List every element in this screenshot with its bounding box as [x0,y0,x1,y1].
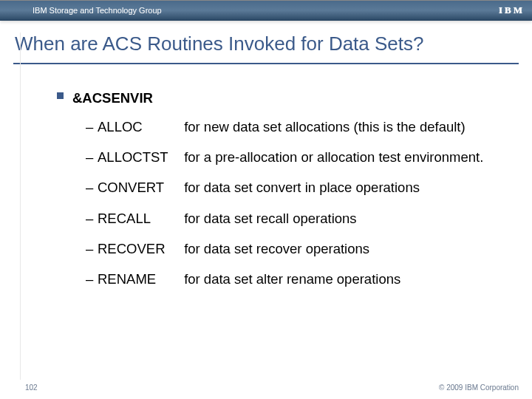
list-item: ALLOCTST for a pre-allocation or allocat… [86,149,488,166]
keyword: CONVERT [98,179,180,196]
keyword: ALLOCTST [98,149,180,166]
title-area: When are ACS Routines Invoked for Data S… [0,21,532,58]
header-bar: IBM Storage and Technology Group IBM [0,0,532,21]
list-item: RENAME for data set alter rename operati… [86,270,488,287]
header-group-text: IBM Storage and Technology Group [33,6,162,15]
ibm-logo: IBM [499,4,525,16]
list-item: ALLOC for new data set allocations (this… [86,118,488,135]
square-bullet-icon [57,92,64,99]
body: &ACSENVIR ALLOC for new data set allocat… [0,64,532,399]
keyword: ALLOC [98,118,180,135]
keyword: RENAME [98,270,180,287]
description: for a pre-allocation or allocation test … [184,149,483,165]
page-number: 102 [25,383,38,392]
page-title: When are ACS Routines Invoked for Data S… [15,33,517,55]
list-item: RECALL for data set recall operations [86,210,488,227]
dash-list: ALLOC for new data set allocations (this… [86,118,488,287]
description: for data set recall operations [184,211,356,226]
slide: IBM Storage and Technology Group IBM Whe… [0,0,532,399]
list-item: RECOVER for data set recover operations [86,240,488,257]
description: for new data set allocations (this is th… [184,119,465,134]
copyright: © 2009 IBM Corporation [439,383,519,392]
description: for data set convert in place operations [184,180,420,195]
footer: 102 © 2009 IBM Corporation [0,383,532,392]
description: for data set alter rename operations [184,271,400,287]
section-heading-text: &ACSENVIR [72,90,153,106]
keyword: RECALL [98,210,180,227]
section-heading: &ACSENVIR ALLOC for new data set allocat… [72,89,488,287]
left-margin-rule [0,33,21,380]
list-item: CONVERT for data set convert in place op… [86,179,488,196]
description: for data set recover operations [184,241,369,256]
keyword: RECOVER [98,240,180,257]
